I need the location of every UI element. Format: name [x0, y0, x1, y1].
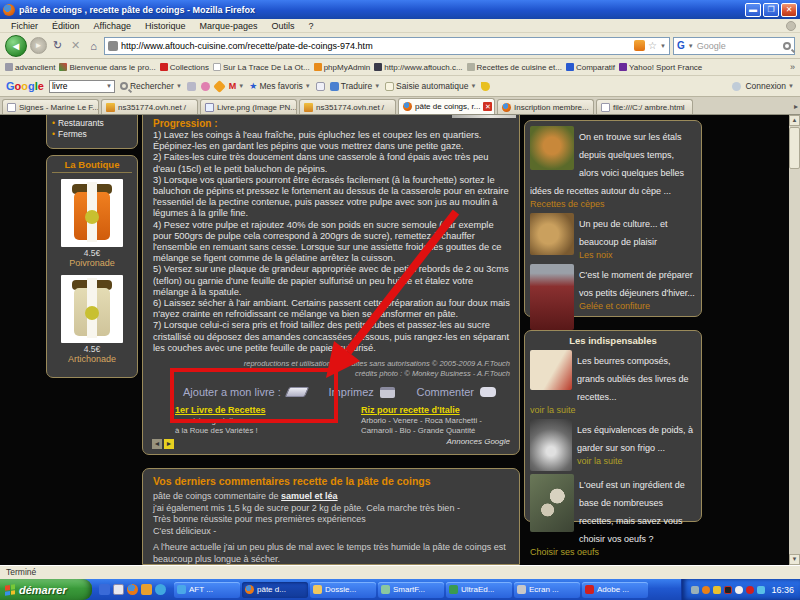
- product-photo[interactable]: [61, 179, 123, 247]
- traduire-button[interactable]: Traduire▼: [330, 81, 380, 91]
- product-name[interactable]: Poivronade: [47, 258, 137, 269]
- taskbar-window-pate-de-coings[interactable]: pâte d...: [242, 582, 308, 598]
- sidebar-item-restaurants[interactable]: •Restaurants: [52, 118, 132, 129]
- highlighter-icon[interactable]: [201, 82, 210, 91]
- url-input[interactable]: [121, 39, 631, 53]
- menu-outils[interactable]: Outils: [265, 21, 302, 31]
- vertical-scrollbar[interactable]: ▲ ▼: [789, 115, 800, 565]
- menu-edition[interactable]: Édition: [45, 21, 87, 31]
- product-artichonade[interactable]: 4.5€ Artichonade: [47, 275, 137, 365]
- quicklaunch-browser-icon[interactable]: [155, 584, 166, 595]
- comment-button[interactable]: Commenter: [417, 386, 474, 398]
- bookmark-item[interactable]: Yahoo! Sport France: [619, 63, 702, 72]
- product-name[interactable]: Artichonade: [47, 354, 137, 365]
- tab-livre-png[interactable]: Livre.png (Image PN...: [200, 99, 297, 114]
- search-box[interactable]: G ▼ Google: [673, 37, 795, 55]
- tray-icon[interactable]: [724, 586, 732, 594]
- reload-icon[interactable]: ↻: [50, 39, 65, 52]
- search-engine-dropdown-icon[interactable]: ▼: [688, 43, 694, 49]
- bookmark-item[interactable]: Bienvenue dans le pro...: [59, 63, 155, 72]
- bookmark-star-icon[interactable]: ☆: [648, 40, 657, 51]
- tab-file-local[interactable]: file:///C:/ ambre.html: [596, 99, 693, 114]
- taskbar-window-dossier[interactable]: Dossie...: [310, 582, 376, 598]
- product-photo[interactable]: [61, 275, 123, 343]
- forward-button[interactable]: ►: [30, 37, 47, 54]
- quicklaunch-files-icon[interactable]: [141, 584, 152, 595]
- start-button[interactable]: démarrer: [0, 579, 92, 600]
- tab-ovh-2[interactable]: ns351774.ovh.net /: [299, 99, 396, 114]
- taskbar-window-ultraedit[interactable]: UltraEd...: [446, 582, 512, 598]
- bookmarks-overflow-chevron[interactable]: »: [790, 62, 795, 72]
- connexion-button[interactable]: Connexion▼: [745, 81, 794, 91]
- google-search-input[interactable]: livre▼: [49, 80, 115, 93]
- back-button[interactable]: ◄: [5, 35, 27, 57]
- balance-photo[interactable]: [530, 419, 572, 471]
- tab-ovh-1[interactable]: ns351774.ovh.net /: [101, 99, 198, 114]
- recettes-cepes-link[interactable]: Recettes de cèpes: [530, 198, 696, 210]
- printer-icon[interactable]: [380, 387, 395, 398]
- tray-icon[interactable]: [735, 586, 743, 594]
- gmail-button[interactable]: M▼: [229, 81, 244, 91]
- gelee-photo[interactable]: [530, 264, 574, 330]
- tab-scroll-arrow[interactable]: ▸: [794, 102, 798, 111]
- rss-icon[interactable]: [634, 40, 645, 51]
- tab-inscription[interactable]: Inscription membre...: [497, 99, 594, 114]
- url-dropdown-icon[interactable]: ▼: [660, 43, 666, 49]
- close-button[interactable]: ✕: [781, 3, 797, 17]
- url-bar[interactable]: ☆ ▼: [104, 37, 670, 55]
- taskbar-window-adobe[interactable]: Adobe ...: [582, 582, 648, 598]
- comment-author-link[interactable]: samuel et léa: [281, 491, 338, 501]
- minimize-button[interactable]: ▬: [745, 3, 761, 17]
- annonces-google-label[interactable]: Annonces Google: [153, 437, 510, 446]
- mes-favoris-button[interactable]: ★Mes favoris▼: [249, 81, 311, 91]
- sidebar-item-fermes[interactable]: •Fermes: [52, 129, 132, 140]
- tab-close-icon[interactable]: ✕: [483, 102, 492, 111]
- home-icon[interactable]: ⌂: [86, 40, 101, 52]
- settings-icon[interactable]: [732, 82, 741, 91]
- quicklaunch-desktop-icon[interactable]: [99, 584, 110, 595]
- oeufs-photo[interactable]: [530, 474, 574, 532]
- search-magnifier-icon[interactable]: [783, 42, 791, 50]
- bookmarks-sync-icon[interactable]: [213, 80, 226, 93]
- bookmark-item[interactable]: Sur La Trace De La Ot...: [213, 63, 310, 72]
- bookmark-item[interactable]: Collections: [160, 63, 209, 72]
- next-page-button[interactable]: ►: [164, 439, 174, 449]
- tray-icon[interactable]: [746, 586, 754, 594]
- taskbar-window-ecran[interactable]: Ecran ...: [514, 582, 580, 598]
- maximize-button[interactable]: ❐: [763, 3, 779, 17]
- bookmark-item[interactable]: Comparatif: [566, 63, 615, 72]
- scroll-down-icon[interactable]: ▼: [789, 554, 800, 565]
- cepes-photo[interactable]: [530, 126, 574, 170]
- tray-icon[interactable]: [691, 586, 699, 594]
- tab-signes[interactable]: Signes - Marine Le F...: [2, 99, 99, 114]
- tray-icon[interactable]: [713, 586, 721, 594]
- book-icon[interactable]: [285, 387, 309, 397]
- ad-link[interactable]: 1er Livre de Recettes: [175, 405, 361, 416]
- menu-fichier[interactable]: Fichier: [4, 21, 45, 31]
- scroll-up-icon[interactable]: ▲: [789, 115, 800, 126]
- pen-icon[interactable]: [481, 82, 490, 91]
- print-button[interactable]: Imprimez: [329, 386, 374, 398]
- query-dropdown-icon[interactable]: ▼: [106, 83, 112, 89]
- menu-affichage[interactable]: Affichage: [87, 21, 138, 31]
- add-to-book-button[interactable]: Ajouter a mon livre :: [183, 386, 281, 398]
- taskbar-window-smartftp[interactable]: SmartF...: [378, 582, 444, 598]
- choisir-ses-oeufs-link[interactable]: Choisir ses oeufs: [530, 546, 696, 558]
- menu-aide[interactable]: ?: [302, 21, 321, 31]
- bookmark-item[interactable]: http://www.aftouch.c...: [374, 63, 462, 72]
- tab-pate-de-coings[interactable]: pâte de coings, r...✕: [398, 98, 495, 114]
- pagerank-icon[interactable]: [187, 82, 196, 91]
- menu-marque-pages[interactable]: Marque-pages: [192, 21, 264, 31]
- ad-link[interactable]: Riz pour recette d'Italie: [361, 405, 509, 416]
- quicklaunch-firefox-icon[interactable]: [127, 584, 138, 595]
- bookmark-item[interactable]: phpMyAdmin: [314, 63, 371, 72]
- rechercher-button[interactable]: Rechercher▼: [120, 81, 182, 91]
- envelope-icon[interactable]: [316, 82, 325, 91]
- product-poivronade[interactable]: 4.5€ Poivronade: [47, 179, 137, 269]
- voir-la-suite-link[interactable]: voir la suite: [530, 404, 696, 416]
- tray-icon[interactable]: [702, 586, 710, 594]
- menu-historique[interactable]: Historique: [138, 21, 193, 31]
- volume-icon[interactable]: [757, 586, 765, 594]
- search-placeholder[interactable]: Google: [697, 41, 780, 51]
- beurre-photo[interactable]: [530, 350, 572, 390]
